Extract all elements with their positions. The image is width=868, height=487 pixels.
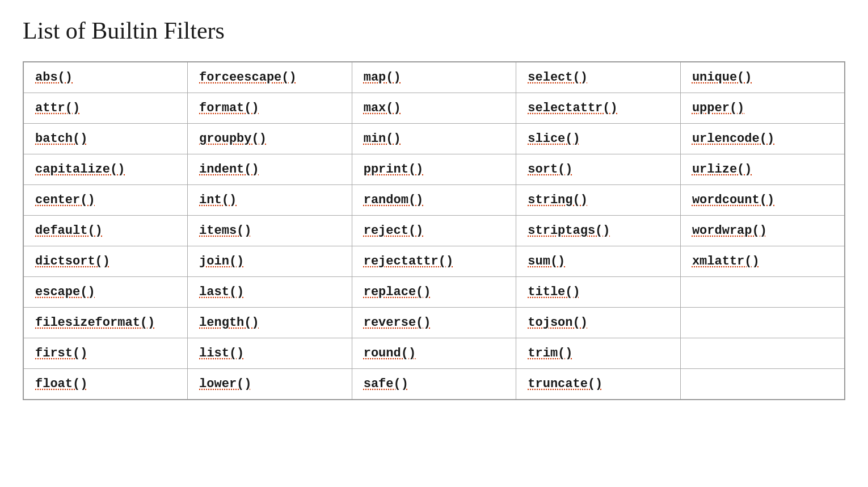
table-row: escape()last()replace()title()	[23, 277, 845, 308]
filter-link[interactable]: truncate()	[528, 377, 602, 391]
table-cell: join()	[188, 246, 352, 277]
table-cell: float()	[23, 369, 188, 400]
table-cell: groupby()	[188, 124, 352, 154]
filter-link[interactable]: dictsort()	[35, 254, 110, 268]
table-cell: safe()	[352, 369, 516, 400]
filter-link[interactable]: select()	[528, 70, 588, 85]
table-cell: filesizeformat()	[23, 308, 188, 338]
table-cell: unique()	[680, 62, 845, 93]
filter-link[interactable]: sort()	[528, 162, 572, 177]
filter-link[interactable]: string()	[528, 193, 588, 207]
table-row: filesizeformat()length()reverse()tojson(…	[23, 308, 845, 338]
table-cell: upper()	[680, 93, 845, 124]
filter-link[interactable]: items()	[199, 224, 251, 238]
table-cell: length()	[188, 308, 352, 338]
filter-link[interactable]: escape()	[35, 285, 95, 299]
table-cell: max()	[352, 93, 516, 124]
filter-link[interactable]: wordcount()	[692, 193, 774, 207]
filter-link[interactable]: urlize()	[692, 162, 752, 177]
filter-link[interactable]: sum()	[528, 254, 565, 268]
filter-link[interactable]: min()	[364, 132, 401, 146]
filters-table: abs()forceescape()map()select()unique()a…	[23, 61, 845, 400]
table-cell: select()	[516, 62, 681, 93]
filter-link[interactable]: default()	[35, 224, 103, 238]
page-title: List of Builtin Filters	[23, 17, 845, 44]
table-cell: tojson()	[516, 308, 681, 338]
filter-link[interactable]: first()	[35, 346, 87, 360]
table-row: first()list()round()trim()	[23, 338, 845, 369]
filter-link[interactable]: center()	[35, 193, 95, 207]
filter-link[interactable]: replace()	[364, 285, 431, 299]
table-row: capitalize()indent()pprint()sort()urlize…	[23, 154, 845, 185]
table-cell: reject()	[352, 216, 516, 246]
table-row: abs()forceescape()map()select()unique()	[23, 62, 845, 93]
table-cell: round()	[352, 338, 516, 369]
filter-link[interactable]: unique()	[692, 70, 752, 85]
table-cell: random()	[352, 185, 516, 216]
table-cell: striptags()	[516, 216, 681, 246]
table-cell: urlize()	[680, 154, 845, 185]
filter-link[interactable]: capitalize()	[35, 162, 125, 177]
filter-link[interactable]: batch()	[35, 132, 87, 146]
filter-link[interactable]: forceescape()	[199, 70, 297, 85]
filter-link[interactable]: round()	[364, 346, 416, 360]
table-cell: replace()	[352, 277, 516, 308]
table-cell: capitalize()	[23, 154, 188, 185]
table-cell: selectattr()	[516, 93, 681, 124]
filter-link[interactable]: last()	[199, 285, 244, 299]
table-cell: string()	[516, 185, 681, 216]
table-cell: abs()	[23, 62, 188, 93]
filter-link[interactable]: reject()	[364, 224, 424, 238]
filter-link[interactable]: list()	[199, 346, 244, 360]
table-row: batch()groupby()min()slice()urlencode()	[23, 124, 845, 154]
filter-link[interactable]: selectattr()	[528, 101, 617, 115]
filter-link[interactable]: rejectattr()	[364, 254, 453, 268]
table-cell: batch()	[23, 124, 188, 154]
filter-link[interactable]: max()	[364, 101, 401, 115]
table-row: dictsort()join()rejectattr()sum()xmlattr…	[23, 246, 845, 277]
table-cell: sum()	[516, 246, 681, 277]
filter-link[interactable]: urlencode()	[692, 132, 774, 146]
table-cell: list()	[188, 338, 352, 369]
filter-link[interactable]: title()	[528, 285, 580, 299]
filter-link[interactable]: length()	[199, 316, 259, 330]
table-cell: pprint()	[352, 154, 516, 185]
table-row: default()items()reject()striptags()wordw…	[23, 216, 845, 246]
filter-link[interactable]: upper()	[692, 101, 744, 115]
filter-link[interactable]: filesizeformat()	[35, 316, 155, 330]
filter-link[interactable]: wordwrap()	[692, 224, 767, 238]
table-cell: wordwrap()	[680, 216, 845, 246]
filter-link[interactable]: attr()	[35, 101, 80, 115]
filter-link[interactable]: xmlattr()	[692, 254, 760, 268]
table-cell: reverse()	[352, 308, 516, 338]
table-cell: last()	[188, 277, 352, 308]
filter-link[interactable]: abs()	[35, 70, 73, 85]
filter-link[interactable]: trim()	[528, 346, 572, 360]
filter-link[interactable]: slice()	[528, 132, 580, 146]
filter-link[interactable]: reverse()	[364, 316, 431, 330]
table-cell: truncate()	[516, 369, 681, 400]
table-cell	[680, 308, 845, 338]
filter-link[interactable]: int()	[199, 193, 237, 207]
filter-link[interactable]: tojson()	[528, 316, 588, 330]
filter-link[interactable]: map()	[364, 70, 401, 85]
filter-link[interactable]: lower()	[199, 377, 251, 391]
filter-link[interactable]: float()	[35, 377, 87, 391]
filter-link[interactable]: format()	[199, 101, 259, 115]
table-cell: int()	[188, 185, 352, 216]
filter-link[interactable]: join()	[199, 254, 244, 268]
table-cell: xmlattr()	[680, 246, 845, 277]
table-cell	[680, 338, 845, 369]
table-cell: urlencode()	[680, 124, 845, 154]
table-cell: forceescape()	[188, 62, 352, 93]
filter-link[interactable]: random()	[364, 193, 424, 207]
filter-link[interactable]: striptags()	[528, 224, 610, 238]
table-cell: items()	[188, 216, 352, 246]
table-cell: format()	[188, 93, 352, 124]
table-cell: wordcount()	[680, 185, 845, 216]
filter-link[interactable]: pprint()	[364, 162, 424, 177]
filter-link[interactable]: indent()	[199, 162, 259, 177]
filter-link[interactable]: groupby()	[199, 132, 267, 146]
table-cell: escape()	[23, 277, 188, 308]
filter-link[interactable]: safe()	[364, 377, 408, 391]
